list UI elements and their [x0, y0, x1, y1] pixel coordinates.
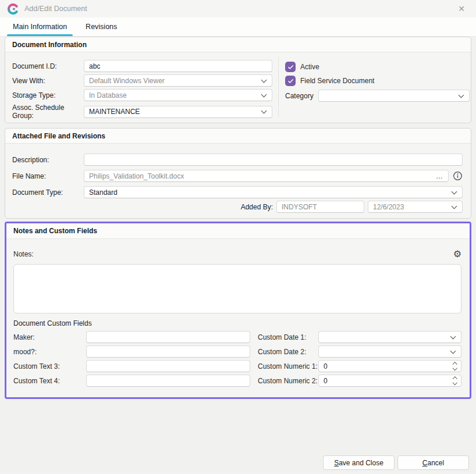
category-label: Category: [285, 92, 314, 100]
custom-fields-title: Document Custom Fields: [13, 319, 461, 327]
custom-numeric-1-stepper[interactable]: 0: [318, 360, 461, 372]
custom-text-3-label: Custom Text 3:: [13, 362, 86, 370]
notes-label: Notes:: [13, 250, 34, 258]
added-by-user-input[interactable]: [276, 201, 364, 213]
assoc-schedule-group-select[interactable]: MAINTENANCE: [84, 106, 272, 118]
custom-date-2-label: Custom Date 2:: [258, 348, 318, 356]
save-and-close-button[interactable]: Save and Close: [323, 455, 395, 470]
storage-type-select[interactable]: In Database: [84, 89, 272, 101]
tab-bar: Main Information Revisions: [0, 17, 476, 37]
info-icon[interactable]: [453, 171, 463, 181]
custom-date-1-select[interactable]: [318, 331, 461, 343]
tab-revisions[interactable]: Revisions: [80, 23, 123, 36]
document-id-input[interactable]: [84, 60, 272, 72]
window-title: Add/Edit Document: [24, 5, 87, 13]
view-with-select[interactable]: Default Windows Viewer: [84, 74, 272, 87]
chevron-down-icon: [261, 77, 267, 83]
document-type-select[interactable]: Standard: [84, 186, 463, 198]
app-logo-icon: [8, 3, 19, 15]
titlebar: Add/Edit Document ✕: [0, 0, 476, 17]
custom-text-4-label: Custom Text 4:: [13, 377, 86, 385]
field-service-document-label: Field Service Document: [300, 77, 374, 85]
view-with-label: View With:: [12, 77, 84, 85]
chevron-down-icon: [458, 92, 464, 98]
chevron-down-icon: [261, 108, 267, 114]
category-select[interactable]: [318, 90, 470, 102]
file-name-input[interactable]: Philips_Validation_Toolkit.docx …: [84, 170, 449, 182]
description-label: Description:: [12, 156, 84, 164]
active-checkbox-label: Active: [300, 63, 319, 71]
section-header: Document Information: [5, 37, 471, 52]
field-service-document-checkbox[interactable]: [285, 76, 296, 86]
chevron-down-icon: [452, 203, 457, 209]
added-by-date-select[interactable]: 12/6/2023: [368, 201, 463, 213]
notes-custom-fields-section: Notes and Custom Fields Notes: ⚙ Documen…: [5, 222, 471, 399]
maker-input[interactable]: [86, 331, 250, 343]
chevron-down-icon: [450, 348, 456, 354]
chevron-down-icon: [261, 91, 267, 97]
assoc-schedule-group-label: Assoc. Schedule Group:: [12, 104, 84, 120]
column-divider: [278, 57, 279, 117]
spinner-arrows-icon: [453, 377, 457, 384]
notes-textarea[interactable]: [13, 264, 461, 313]
section-header: Attached File and Revisions: [5, 129, 471, 144]
maker-label: Maker:: [13, 333, 86, 341]
added-by-label: Added By:: [241, 203, 273, 211]
spinner-arrows-icon: [453, 363, 457, 369]
tab-main-information[interactable]: Main Information: [7, 23, 73, 36]
section-header: Notes and Custom Fields: [6, 223, 470, 239]
document-information-section: Document Information Document I.D: View …: [5, 37, 471, 123]
active-checkbox[interactable]: [285, 62, 296, 72]
browse-button[interactable]: …: [436, 170, 443, 181]
custom-text-4-input[interactable]: [86, 375, 250, 387]
file-name-label: File Name:: [12, 172, 84, 180]
custom-numeric-2-stepper[interactable]: 0: [318, 375, 461, 387]
add-edit-document-dialog: Add/Edit Document ✕ Main Information Rev…: [0, 0, 476, 474]
storage-type-label: Storage Type:: [12, 91, 84, 99]
mood-label: mood?:: [13, 348, 86, 356]
close-icon[interactable]: ✕: [455, 2, 468, 15]
attached-file-section: Attached File and Revisions Description:…: [5, 128, 471, 219]
custom-numeric-1-label: Custom Numeric 1:: [258, 362, 318, 370]
cancel-button[interactable]: Cancel: [397, 455, 469, 470]
description-input[interactable]: [84, 154, 463, 166]
chevron-down-icon: [450, 333, 456, 339]
chevron-down-icon: [452, 188, 457, 194]
custom-numeric-2-label: Custom Numeric 2:: [258, 377, 318, 385]
gear-icon[interactable]: ⚙: [453, 250, 461, 259]
mood-input[interactable]: [86, 345, 250, 358]
document-type-label: Document Type:: [12, 188, 84, 197]
custom-date-2-select[interactable]: [318, 345, 461, 358]
custom-text-3-input[interactable]: [86, 360, 250, 372]
custom-date-1-label: Custom Date 1:: [258, 333, 318, 341]
document-id-label: Document I.D:: [12, 62, 84, 70]
